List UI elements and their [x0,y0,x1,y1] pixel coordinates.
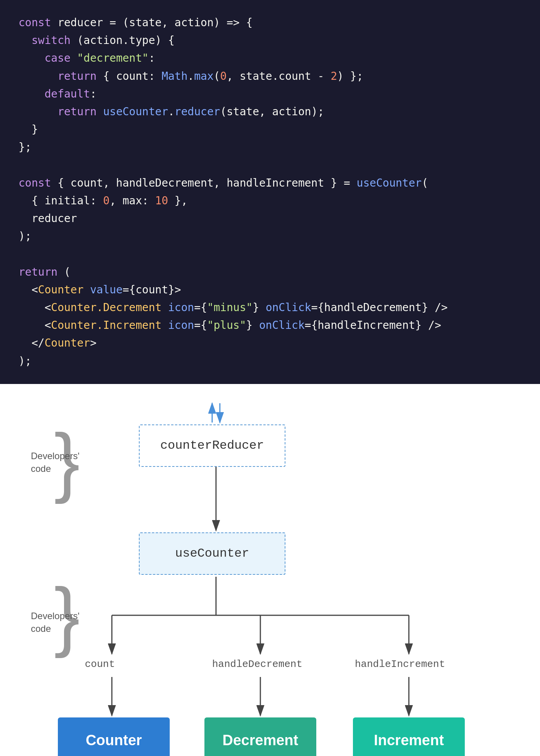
handle-decrement-label: handleDecrement [212,658,302,670]
code-content: const reducer = (state, action) => { swi… [19,14,521,370]
handle-increment-label: handleIncrement [355,658,445,670]
count-label: count [85,658,115,670]
diagram-inner: { Developers' code counterReducer useCou… [23,399,517,756]
code-block: const reducer = (state, action) => { swi… [0,0,540,384]
diagram-section: { Developers' code counterReducer useCou… [0,384,540,756]
increment-box: Increment [353,717,465,756]
counter-box: Counter [58,717,170,756]
developers-code-label-1: Developers' code [31,450,79,475]
developers-code-label-2: Developers' code [31,610,79,635]
decrement-box: Decrement [204,717,316,756]
use-counter-box: useCounter [139,532,285,575]
counter-reducer-box: counterReducer [139,424,285,467]
